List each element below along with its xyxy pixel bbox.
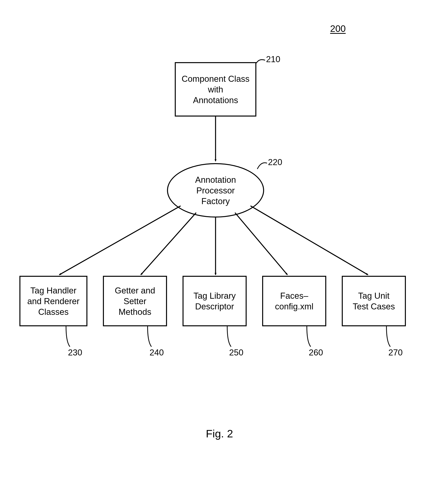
diagram-canvas: 200 Component Class with Annotations 210… xyxy=(0,0,448,484)
svg-line-1 xyxy=(59,206,181,275)
node-getter-setter: Getter and Setter Methods xyxy=(103,276,167,326)
svg-line-4 xyxy=(235,213,288,275)
node-tag-library-label: Tag Library Descriptor xyxy=(193,290,236,312)
node-tag-library: Tag Library Descriptor xyxy=(183,276,247,326)
ref-230: 230 xyxy=(68,348,82,357)
node-getter-setter-label: Getter and Setter Methods xyxy=(115,285,155,317)
node-annotation-factory-label: Annotation Processor Factory xyxy=(195,174,236,206)
ref-220: 220 xyxy=(268,157,282,167)
node-faces-config-label: Faces– config.xml xyxy=(275,290,313,312)
svg-line-2 xyxy=(141,213,196,275)
ref-240: 240 xyxy=(150,348,164,357)
node-faces-config: Faces– config.xml xyxy=(262,276,326,326)
ref-210: 210 xyxy=(266,54,280,64)
node-annotation-factory: Annotation Processor Factory xyxy=(167,163,264,218)
ref-260: 260 xyxy=(309,348,323,357)
ref-250: 250 xyxy=(229,348,243,357)
node-tag-handler-label: Tag Handler and Renderer Classes xyxy=(27,285,80,317)
ref-270: 270 xyxy=(388,348,403,357)
svg-line-5 xyxy=(250,206,368,275)
node-component-class-label: Component Class with Annotations xyxy=(182,73,249,105)
node-component-class: Component Class with Annotations xyxy=(175,62,256,117)
figure-caption: Fig. 2 xyxy=(206,427,233,440)
node-tag-unit-tests: Tag Unit Test Cases xyxy=(342,276,406,326)
figure-number: 200 xyxy=(330,23,346,34)
node-tag-handler: Tag Handler and Renderer Classes xyxy=(19,276,87,326)
node-tag-unit-tests-label: Tag Unit Test Cases xyxy=(353,290,395,312)
